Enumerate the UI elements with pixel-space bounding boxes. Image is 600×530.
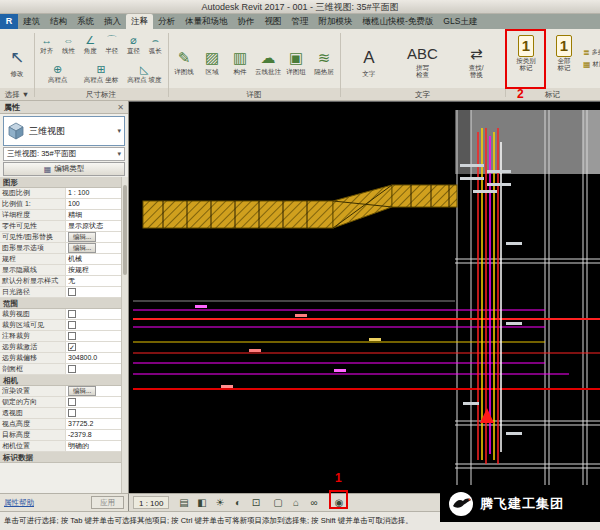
edit-button[interactable]: 编辑... xyxy=(68,386,96,396)
property-value[interactable]: 编辑... xyxy=(66,386,121,396)
crop-view-icon[interactable]: ⊡ xyxy=(249,496,263,510)
property-group-header[interactable]: 范围 xyxy=(0,298,121,309)
property-value[interactable]: -2379.8 xyxy=(66,430,121,440)
insulation-button[interactable]: ≋隔热层 xyxy=(310,43,338,75)
close-icon[interactable]: ✕ xyxy=(117,101,124,113)
scrollbar[interactable] xyxy=(121,177,128,493)
ribbon-tab[interactable]: 协作 xyxy=(233,14,260,29)
drawing-area[interactable] xyxy=(129,101,600,493)
panel-label-text[interactable]: 文字 xyxy=(340,88,505,101)
property-value[interactable] xyxy=(66,309,121,319)
concrete-region[interactable] xyxy=(583,110,600,174)
apply-button[interactable]: 应用 xyxy=(91,496,124,509)
property-group-header[interactable]: 图形 xyxy=(0,177,121,188)
linear-dimension-button[interactable]: ⇔线性 xyxy=(58,34,80,54)
property-value[interactable]: 37725.2 xyxy=(66,419,121,429)
ribbon-tab[interactable]: 插入 xyxy=(99,14,126,29)
property-value[interactable] xyxy=(66,364,121,374)
property-value[interactable]: 304800.0 xyxy=(66,353,121,363)
text-button[interactable]: A文字 xyxy=(342,41,396,77)
property-value[interactable] xyxy=(66,408,121,418)
detail-level-icon[interactable]: ▤ xyxy=(177,496,191,510)
edit-button[interactable]: 编辑... xyxy=(68,243,96,253)
ribbon-tab[interactable]: 橄榄山快模-免费版 xyxy=(358,14,439,29)
multi-category-tag-button[interactable]: ≣多类别 xyxy=(583,48,600,57)
detail-line-button[interactable]: ✎详图线 xyxy=(170,43,198,75)
ribbon-tab[interactable]: 分析 xyxy=(153,14,180,29)
property-value[interactable]: 显示原状态 xyxy=(66,221,121,231)
spot-slope-button[interactable]: ◺高程点 坡度 xyxy=(123,63,166,83)
ribbon-tab[interactable]: 视图 xyxy=(260,14,287,29)
edit-button[interactable]: 编辑... xyxy=(68,232,96,242)
panel-label-dimension[interactable]: 尺寸标注 xyxy=(34,88,168,101)
property-value[interactable] xyxy=(66,287,121,297)
panel-label-select[interactable]: 选择 ▼ xyxy=(0,88,34,101)
material-tag-button[interactable]: ▦材质标记 xyxy=(583,60,600,69)
app-menu-button[interactable]: R xyxy=(0,14,18,29)
property-group-header[interactable]: 标识数据 xyxy=(0,452,121,463)
ribbon-tab[interactable]: 附加模块 xyxy=(314,14,358,29)
property-value[interactable]: 精细 xyxy=(66,210,121,220)
diameter-dimension-button[interactable]: ⌀直径 xyxy=(123,34,145,54)
revision-cloud-button[interactable]: ☁云线批注 xyxy=(254,43,282,75)
filled-region-button[interactable]: ▨区域 xyxy=(198,43,226,75)
checkbox[interactable]: ✓ xyxy=(68,343,76,351)
modify-button[interactable]: ↖修改 xyxy=(2,41,32,77)
property-value[interactable]: 编辑... xyxy=(66,232,121,242)
checkbox[interactable] xyxy=(68,310,76,318)
checkbox[interactable] xyxy=(68,409,76,417)
panel-label-detail[interactable]: 详图 xyxy=(168,88,340,101)
property-value[interactable]: 机械 xyxy=(66,254,121,264)
property-value[interactable]: 100 xyxy=(66,199,121,209)
visual-style-icon[interactable]: ◧ xyxy=(195,496,209,510)
scrollbar-thumb[interactable] xyxy=(123,185,127,275)
arc-length-dimension-button[interactable]: ⌢弧长 xyxy=(144,34,166,54)
checkbox[interactable] xyxy=(68,398,76,406)
checkbox[interactable] xyxy=(68,332,76,340)
checkbox[interactable] xyxy=(68,288,76,296)
angular-dimension-button[interactable]: ∠角度 xyxy=(79,34,101,54)
property-value[interactable]: 无 xyxy=(66,276,121,286)
ribbon-tab[interactable]: 建筑 xyxy=(18,14,45,29)
detail-component-button[interactable]: ▥构件 xyxy=(226,43,254,75)
property-value[interactable]: 编辑... xyxy=(66,243,121,253)
shadows-icon[interactable]: ◐ xyxy=(231,496,245,510)
radial-dimension-button[interactable]: ⌒半径 xyxy=(101,34,123,54)
property-value[interactable]: 明确的 xyxy=(66,441,121,451)
property-value[interactable]: 按规程 xyxy=(66,265,121,275)
spot-coordinate-button[interactable]: ⊞高程点 坐标 xyxy=(79,63,122,83)
property-value[interactable]: 1 : 100 xyxy=(66,188,121,198)
ribbon-tab[interactable]: GLS土建 xyxy=(438,14,482,29)
ribbon-tab[interactable]: 管理 xyxy=(287,14,314,29)
property-value[interactable] xyxy=(66,331,121,341)
property-value[interactable] xyxy=(66,320,121,330)
temporary-hide-isolate-icon[interactable]: ∞ xyxy=(307,496,321,510)
locked-view-icon[interactable]: ⌂ xyxy=(289,496,303,510)
find-replace-button[interactable]: ⇄查找/ 替换 xyxy=(449,39,503,78)
properties-help-link[interactable]: 属性帮助 xyxy=(4,498,34,508)
drawing-canvas[interactable] xyxy=(129,102,600,494)
ribbon-tab[interactable]: 注释 xyxy=(126,14,153,29)
scale-control[interactable]: 1 : 100 xyxy=(133,496,169,509)
aligned-dimension-button[interactable]: ↔对齐 xyxy=(36,34,58,54)
property-group-header[interactable]: 相机 xyxy=(0,375,121,386)
instance-selector[interactable]: 三维视图: 35#平面图 ▾ xyxy=(3,147,125,161)
property-value[interactable]: ✓ xyxy=(66,342,121,352)
material-tag-label: 材质标记 xyxy=(593,60,600,69)
ribbon-tab[interactable]: 体量和场地 xyxy=(180,14,233,29)
ribbon-tab[interactable]: 系统 xyxy=(72,14,99,29)
spell-check-button[interactable]: ABC拼写 检查 xyxy=(396,39,450,78)
checkbox[interactable] xyxy=(68,321,76,329)
detail-group-button[interactable]: ▣详图组 xyxy=(282,43,310,75)
edit-type-button[interactable]: ▦ 编辑类型 xyxy=(3,162,125,176)
ribbon-tab[interactable]: 结构 xyxy=(45,14,72,29)
sun-path-icon[interactable]: ☀ xyxy=(213,496,227,510)
property-value[interactable] xyxy=(66,397,121,407)
type-selector[interactable]: 三维视图 ▾ xyxy=(3,116,125,146)
checkbox[interactable] xyxy=(68,365,76,373)
tag-all-button[interactable]: 1全部 标记 xyxy=(545,30,583,87)
spot-elevation-button[interactable]: ⊕高程点 xyxy=(36,63,79,83)
show-crop-region-icon[interactable]: ▢ xyxy=(271,496,285,510)
arc-length-dimension-label: 弧长 xyxy=(149,47,162,54)
3d-view-icon xyxy=(7,122,25,140)
